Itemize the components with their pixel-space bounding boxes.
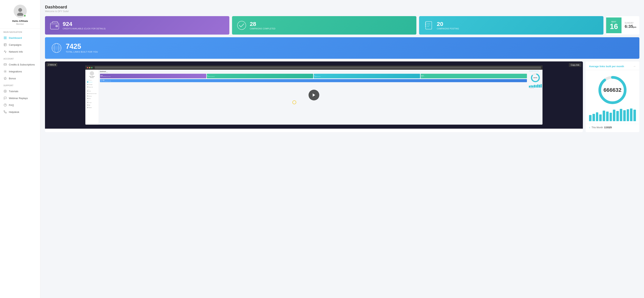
helpdesk-icon xyxy=(4,110,7,114)
bar xyxy=(606,112,609,121)
checkmark-circle-icon xyxy=(237,20,247,30)
bar xyxy=(627,109,629,121)
svg-point-0 xyxy=(18,8,22,12)
date-left: May 16 xyxy=(606,17,622,33)
bonus-icon xyxy=(4,77,7,80)
sidebar: Hello Affiliate Member Main Navigation D… xyxy=(0,0,40,298)
sidebar-item-helpdesk[interactable]: Helpdesk xyxy=(0,108,40,115)
svg-point-20 xyxy=(238,21,246,29)
svg-marker-33 xyxy=(313,93,315,97)
page-subtitle: Welcome to DFY Suite! xyxy=(45,10,640,13)
credits-card[interactable]: 924 CREDITS AVAILABLE (click for details… xyxy=(45,16,229,34)
video-copy-link-button[interactable]: Copy link xyxy=(569,63,581,67)
sidebar-item-credits[interactable]: Credits & Subscriptions xyxy=(0,61,40,68)
sidebar-item-dashboard[interactable]: Dashboard xyxy=(0,34,40,41)
campaigns-completed-info: 28 CAMPAIGNS COMPLETED xyxy=(250,21,276,30)
user-profile-section: Hello Affiliate Member xyxy=(0,0,40,28)
sidebar-item-dashboard-label: Dashboard xyxy=(9,36,22,39)
bar xyxy=(630,108,632,121)
campaigns-icon xyxy=(4,43,7,46)
user-role: Member xyxy=(16,23,24,25)
bar xyxy=(589,115,592,121)
bar xyxy=(623,110,626,121)
date-right: SUNDAY 6:35pm xyxy=(622,19,640,31)
campaigns-posting-info: 20 CAMPAIGNS POSTING xyxy=(437,21,459,30)
wallet-icon xyxy=(50,20,60,30)
dashboard-icon xyxy=(4,36,7,39)
sidebar-item-integrations[interactable]: Integrations xyxy=(0,68,40,75)
links-banner: 7425 TOTAL LINKS BUILT FOR YOU xyxy=(45,37,640,59)
campaigns-completed-number: 28 xyxy=(250,21,276,27)
sidebar-item-bonus-label: Bonus xyxy=(9,77,16,80)
date-day: 16 xyxy=(610,23,618,30)
time-value: 6:35 xyxy=(624,24,633,29)
sidebar-item-campaigns-label: Campaigns xyxy=(9,43,22,46)
campaigns-completed-label: CAMPAIGNS COMPLETED xyxy=(250,28,276,30)
tutorials-icon xyxy=(4,89,7,93)
svg-point-14 xyxy=(5,91,6,92)
video-panel: Hello AffiliateMember Main Navigation Da… xyxy=(45,61,583,132)
vic-sidebar: Hello AffiliateMember Main Navigation Da… xyxy=(85,70,99,125)
avatar xyxy=(14,4,27,18)
svg-rect-9 xyxy=(4,63,6,65)
rp-donut-wrap: 666632 xyxy=(586,70,640,108)
sidebar-item-credits-label: Credits & Subscriptions xyxy=(9,63,35,66)
video-browser-bar xyxy=(85,65,542,70)
page-title: Dashboard xyxy=(45,4,640,9)
faq-icon xyxy=(4,103,7,107)
page-header: Dashboard Welcome to DFY Suite! xyxy=(45,4,640,13)
bar xyxy=(613,110,615,121)
support-label: Support xyxy=(0,82,40,88)
svg-rect-21 xyxy=(426,21,432,29)
integrations-icon xyxy=(4,70,7,73)
credits-number: 924 xyxy=(63,21,106,27)
rp-arrow-button[interactable]: → xyxy=(633,64,636,68)
main-nav-label: Main Navigation xyxy=(0,28,40,34)
campaigns-posting-label: CAMPAIGNS POSTING xyxy=(437,28,459,30)
sidebar-item-helpdesk-label: Helpdesk xyxy=(9,111,19,113)
sidebar-item-bonus[interactable]: Bonus xyxy=(0,75,40,82)
bar xyxy=(599,114,602,121)
rp-donut-number: 666632 xyxy=(604,87,621,93)
credits-label: CREDITS AVAILABLE (click for details) xyxy=(63,28,106,30)
links-number: 7425 xyxy=(66,43,98,50)
campaigns-posting-card: 20 CAMPAIGNS POSTING xyxy=(419,16,604,34)
sidebar-item-tutorials[interactable]: Tutorials xyxy=(0,88,40,95)
bar xyxy=(616,111,619,121)
bar xyxy=(610,113,612,121)
vic-mini-right: Average links built per month 504703 xyxy=(528,70,542,125)
svg-rect-18 xyxy=(56,25,58,27)
bar xyxy=(592,114,595,121)
campaigns-posting-number: 20 xyxy=(437,21,459,27)
rp-header: Average links built per month → xyxy=(586,61,640,70)
sidebar-item-faq-label: FAQ xyxy=(9,104,14,107)
globe-icon xyxy=(51,43,62,53)
rp-title: Average links built per month xyxy=(589,65,624,68)
svg-point-13 xyxy=(4,90,6,92)
main-content: Dashboard Welcome to DFY Suite! 924 CRED… xyxy=(40,0,644,298)
rp-this-month-value: 115325 xyxy=(604,126,612,129)
svg-rect-2 xyxy=(4,37,5,38)
sidebar-item-webinar-replays[interactable]: Webinar Replays xyxy=(0,95,40,102)
svg-rect-4 xyxy=(4,38,5,39)
rp-footer-icon: ↑ xyxy=(589,126,590,129)
bottom-row: Hello AffiliateMember Main Navigation Da… xyxy=(45,61,640,132)
video-thumbnail: Hello AffiliateMember Main Navigation Da… xyxy=(45,61,583,129)
bar xyxy=(596,112,598,121)
network-info-icon xyxy=(4,50,7,53)
cursor-circle xyxy=(292,100,296,104)
stats-row: 924 CREDITS AVAILABLE (click for details… xyxy=(45,16,640,34)
sidebar-item-campaigns[interactable]: Campaigns xyxy=(0,41,40,48)
svg-point-1 xyxy=(17,13,23,16)
svg-rect-5 xyxy=(6,38,6,39)
sidebar-item-network-info[interactable]: Network Info xyxy=(0,48,40,55)
play-button[interactable] xyxy=(308,90,319,100)
sidebar-item-integrations-label: Integrations xyxy=(9,70,22,73)
rp-donut-chart: 666632 xyxy=(597,75,628,105)
online-indicator xyxy=(24,14,26,17)
sidebar-item-faq[interactable]: FAQ xyxy=(0,102,40,108)
svg-rect-6 xyxy=(4,43,6,46)
date-time: 6:35pm xyxy=(624,24,636,29)
sidebar-item-network-info-label: Network Info xyxy=(9,50,23,53)
webinar-icon xyxy=(4,96,7,100)
